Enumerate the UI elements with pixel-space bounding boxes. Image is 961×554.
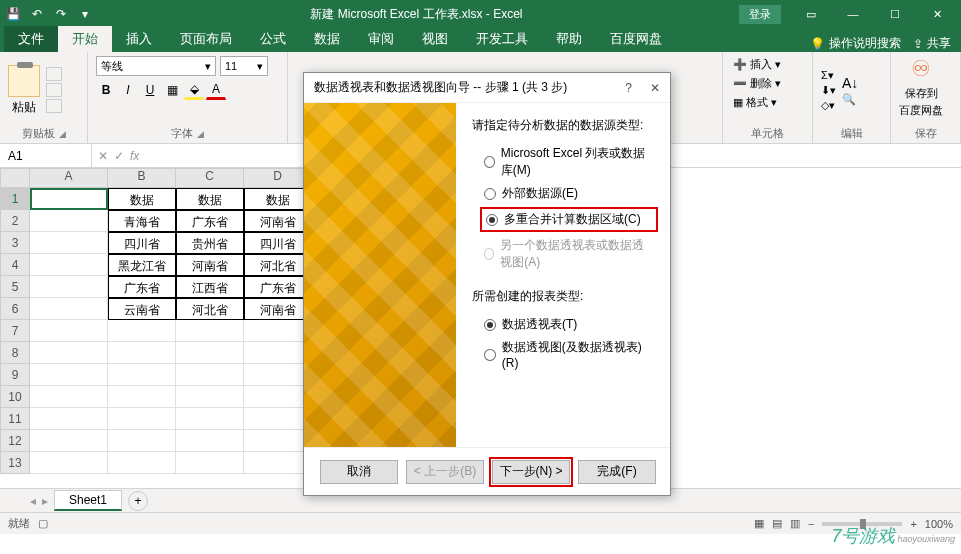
row-header[interactable]: 8: [0, 342, 30, 364]
row-header[interactable]: 1: [0, 188, 30, 210]
radio-external[interactable]: 外部数据源(E): [484, 182, 654, 205]
tab-insert[interactable]: 插入: [112, 26, 166, 52]
cell[interactable]: 四川省: [244, 232, 312, 254]
cell[interactable]: [176, 430, 244, 452]
sort-icon[interactable]: A↓: [842, 75, 858, 91]
view-layout-icon[interactable]: ▤: [772, 517, 782, 530]
tab-baidu[interactable]: 百度网盘: [596, 26, 676, 52]
row-header[interactable]: 10: [0, 386, 30, 408]
row-header[interactable]: 6: [0, 298, 30, 320]
cell[interactable]: 广东省: [176, 210, 244, 232]
cell[interactable]: [30, 408, 108, 430]
cell[interactable]: 河北省: [244, 254, 312, 276]
tab-home[interactable]: 开始: [58, 26, 112, 52]
tab-file[interactable]: 文件: [4, 26, 58, 52]
tab-layout[interactable]: 页面布局: [166, 26, 246, 52]
cell[interactable]: [108, 386, 176, 408]
font-name-combo[interactable]: 等线▾: [96, 56, 216, 76]
add-sheet-button[interactable]: +: [128, 491, 148, 511]
format-cells-button[interactable]: ▦格式▾: [731, 94, 804, 111]
tell-me-search[interactable]: 💡 操作说明搜索: [810, 35, 901, 52]
select-all-corner[interactable]: [0, 168, 30, 188]
cell[interactable]: [30, 430, 108, 452]
fill-color-button[interactable]: ⬙: [184, 80, 204, 100]
cell[interactable]: 贵州省: [176, 232, 244, 254]
tab-dev[interactable]: 开发工具: [462, 26, 542, 52]
cell[interactable]: [30, 232, 108, 254]
minimize-button[interactable]: —: [833, 0, 873, 28]
cell[interactable]: 四川省: [108, 232, 176, 254]
view-normal-icon[interactable]: ▦: [754, 517, 764, 530]
cell[interactable]: [30, 276, 108, 298]
cell[interactable]: 数据: [244, 188, 312, 210]
row-header[interactable]: 3: [0, 232, 30, 254]
column-header[interactable]: A: [30, 168, 108, 188]
bold-button[interactable]: B: [96, 80, 116, 100]
next-button[interactable]: 下一步(N) >: [492, 460, 570, 484]
find-icon[interactable]: 🔍: [842, 93, 858, 106]
dialog-close-icon[interactable]: ✕: [650, 81, 660, 95]
cell[interactable]: [244, 430, 312, 452]
row-header[interactable]: 5: [0, 276, 30, 298]
cell[interactable]: 数据: [176, 188, 244, 210]
cell[interactable]: [30, 320, 108, 342]
border-button[interactable]: ▦: [162, 80, 182, 100]
cell[interactable]: [30, 342, 108, 364]
cell[interactable]: [108, 364, 176, 386]
redo-icon[interactable]: ↷: [52, 5, 70, 23]
row-header[interactable]: 2: [0, 210, 30, 232]
qat-dropdown-icon[interactable]: ▾: [76, 5, 94, 23]
save-icon[interactable]: 💾: [4, 5, 22, 23]
cell[interactable]: [108, 430, 176, 452]
cell[interactable]: [176, 408, 244, 430]
save-to-baidu-button[interactable]: ♾ 保存到 百度网盘: [899, 56, 943, 118]
cell[interactable]: [108, 320, 176, 342]
cell[interactable]: [176, 342, 244, 364]
copy-icon[interactable]: [46, 83, 62, 97]
font-size-combo[interactable]: 11▾: [220, 56, 268, 76]
cell[interactable]: [244, 386, 312, 408]
radio-excel-list[interactable]: Microsoft Excel 列表或数据库(M): [484, 142, 654, 182]
cell[interactable]: [30, 386, 108, 408]
cell[interactable]: 云南省: [108, 298, 176, 320]
radio-pivot-table[interactable]: 数据透视表(T): [484, 313, 654, 336]
cell[interactable]: 河南省: [244, 298, 312, 320]
view-pagebreak-icon[interactable]: ▥: [790, 517, 800, 530]
row-header[interactable]: 12: [0, 430, 30, 452]
cell[interactable]: 黑龙江省: [108, 254, 176, 276]
cell[interactable]: 广东省: [108, 276, 176, 298]
cell[interactable]: [244, 364, 312, 386]
font-expand-icon[interactable]: ◢: [197, 129, 204, 139]
cut-icon[interactable]: [46, 67, 62, 81]
cell[interactable]: [30, 254, 108, 276]
row-header[interactable]: 4: [0, 254, 30, 276]
paste-button[interactable]: 粘贴: [8, 65, 40, 116]
undo-icon[interactable]: ↶: [28, 5, 46, 23]
cell[interactable]: 数据: [108, 188, 176, 210]
cell[interactable]: 河南省: [244, 210, 312, 232]
maximize-button[interactable]: ☐: [875, 0, 915, 28]
tab-help[interactable]: 帮助: [542, 26, 596, 52]
fx-icon[interactable]: fx: [130, 149, 139, 163]
fill-icon[interactable]: ⬇▾: [821, 84, 836, 97]
cell[interactable]: [30, 188, 108, 210]
cell[interactable]: [108, 452, 176, 474]
cell[interactable]: [108, 408, 176, 430]
zoom-out-button[interactable]: −: [808, 518, 814, 530]
column-header[interactable]: D: [244, 168, 312, 188]
clear-icon[interactable]: ◇▾: [821, 99, 836, 112]
cell[interactable]: 广东省: [244, 276, 312, 298]
tab-view[interactable]: 视图: [408, 26, 462, 52]
font-color-button[interactable]: A: [206, 80, 226, 100]
italic-button[interactable]: I: [118, 80, 138, 100]
cell[interactable]: [176, 452, 244, 474]
cell[interactable]: [244, 320, 312, 342]
radio-multi-consolidate[interactable]: 多重合并计算数据区域(C): [480, 207, 658, 232]
cell[interactable]: [244, 408, 312, 430]
row-header[interactable]: 11: [0, 408, 30, 430]
cell[interactable]: 青海省: [108, 210, 176, 232]
format-painter-icon[interactable]: [46, 99, 62, 113]
fx-confirm-icon[interactable]: ✓: [114, 149, 124, 163]
cell[interactable]: [176, 364, 244, 386]
cell[interactable]: 江西省: [176, 276, 244, 298]
